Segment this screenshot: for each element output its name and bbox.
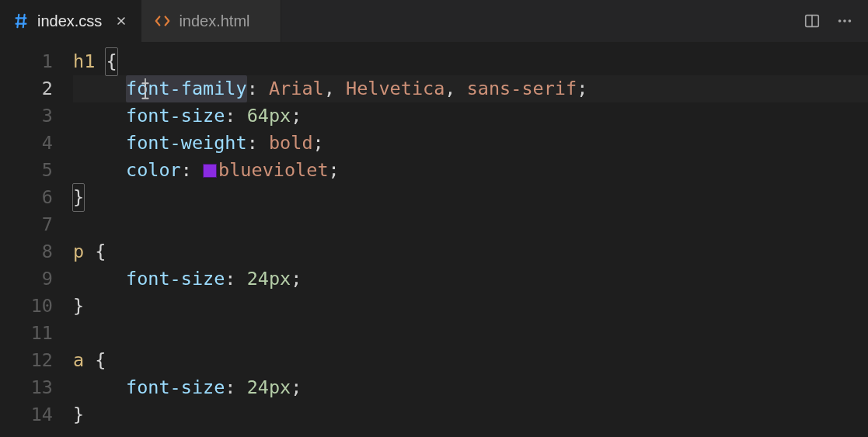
tab-bar: index.css index.html <box>0 0 868 42</box>
more-icon[interactable] <box>835 12 854 30</box>
svg-line-3 <box>23 15 25 28</box>
token-sel: a <box>73 347 84 374</box>
token-punc: ; <box>291 102 302 130</box>
svg-point-8 <box>838 19 842 23</box>
token-punc: ; <box>329 157 340 184</box>
token-punc: ; <box>291 374 302 401</box>
token-val: Helvetica <box>346 75 444 102</box>
token-punc: ; <box>291 265 302 293</box>
code-line[interactable]: h1 { <box>73 48 868 75</box>
token-punc: : <box>247 75 258 102</box>
token-sel: p <box>73 238 84 265</box>
code-line[interactable] <box>73 211 868 238</box>
line-number[interactable]: 6 <box>0 184 53 211</box>
line-number[interactable]: 3 <box>0 102 53 130</box>
token-sp <box>258 75 269 102</box>
token-punc: , <box>444 75 455 102</box>
line-number[interactable]: 12 <box>0 347 53 374</box>
token-prop: font-size <box>126 374 225 401</box>
token-punc: : <box>225 102 235 130</box>
token-num: 64 <box>247 102 269 130</box>
token-punc: : <box>225 374 235 401</box>
code-line[interactable]: } <box>73 401 868 428</box>
line-number[interactable]: 7 <box>0 211 53 238</box>
tab-label: index.html <box>179 12 249 30</box>
token-unit: px <box>269 102 291 130</box>
token-sp <box>335 75 346 102</box>
color-swatch[interactable] <box>203 164 217 178</box>
minimap[interactable] <box>851 45 868 418</box>
token-unit: px <box>269 374 291 401</box>
token-sp <box>95 48 106 75</box>
token-brace: } <box>73 293 84 320</box>
line-number[interactable]: 14 <box>0 401 53 428</box>
line-number[interactable]: 1 <box>0 48 53 75</box>
line-number[interactable]: 2 <box>0 75 53 102</box>
close-icon[interactable] <box>113 12 130 29</box>
token-brace: { <box>106 48 117 75</box>
token-val: sans-serif <box>467 75 577 102</box>
token-punc: ; <box>577 75 587 102</box>
split-editor-icon[interactable] <box>803 12 821 30</box>
code-line[interactable]: font-weight: bold; <box>73 130 868 157</box>
code-line[interactable] <box>73 320 868 347</box>
css-hash-icon <box>12 12 30 29</box>
token-brace: } <box>73 401 84 428</box>
token-val: bold <box>269 130 313 157</box>
code-editor[interactable]: 1234567891011121314 h1 {font-family: Ari… <box>0 42 868 437</box>
token-prop: color <box>126 157 181 184</box>
token-sp <box>84 347 95 374</box>
line-number[interactable]: 11 <box>0 320 53 347</box>
code-line[interactable]: p { <box>73 238 868 265</box>
token-sp <box>236 265 247 293</box>
token-punc: : <box>247 130 258 157</box>
html-brackets-icon <box>154 12 171 29</box>
line-number[interactable]: 5 <box>0 157 53 184</box>
code-line[interactable]: a { <box>73 347 868 374</box>
token-punc: : <box>225 265 235 293</box>
token-prop: font-size <box>126 265 225 293</box>
line-number[interactable]: 13 <box>0 374 53 401</box>
tab-index-html[interactable]: index.html <box>141 0 281 42</box>
text-cursor <box>145 78 146 99</box>
tab-bar-actions <box>789 0 868 42</box>
tab-index-css[interactable]: index.css <box>0 0 141 42</box>
token-punc: , <box>324 75 335 102</box>
code-line[interactable]: font-family: Arial, Helvetica, sans-seri… <box>73 75 868 102</box>
token-unit: px <box>269 265 291 293</box>
token-val: blueviolet <box>218 157 328 184</box>
svg-line-2 <box>17 15 19 28</box>
token-prop: font-size <box>126 102 225 130</box>
code-line[interactable]: color: blueviolet; <box>73 157 868 184</box>
token-val: Arial <box>269 75 324 102</box>
token-sp <box>192 157 203 184</box>
tab-label: index.css <box>37 12 102 30</box>
token-sp <box>84 238 95 265</box>
svg-point-10 <box>849 19 852 23</box>
line-number-gutter[interactable]: 1234567891011121314 <box>0 42 73 437</box>
line-number[interactable]: 8 <box>0 238 53 265</box>
token-brace: { <box>95 238 106 265</box>
token-sp <box>456 75 467 102</box>
token-sp <box>236 102 247 130</box>
line-number[interactable]: 10 <box>0 293 53 320</box>
token-sp <box>236 374 247 401</box>
token-brace: { <box>95 347 106 374</box>
code-line[interactable]: font-size: 24px; <box>73 265 868 293</box>
token-sp <box>258 130 269 157</box>
token-sel: h1 <box>73 48 95 75</box>
code-line[interactable]: font-size: 24px; <box>73 374 868 401</box>
token-punc: ; <box>313 130 324 157</box>
svg-point-9 <box>843 19 846 23</box>
code-line[interactable]: } <box>73 293 868 320</box>
line-number[interactable]: 9 <box>0 265 53 293</box>
token-brace: } <box>73 184 84 211</box>
token-num: 24 <box>247 374 269 401</box>
token-prop: font-weight <box>126 130 247 157</box>
token-punc: : <box>181 157 192 184</box>
code-area[interactable]: h1 {font-family: Arial, Helvetica, sans-… <box>73 42 868 437</box>
code-line[interactable]: font-size: 64px; <box>73 102 868 130</box>
line-number[interactable]: 4 <box>0 130 53 157</box>
code-line[interactable]: } <box>73 184 868 211</box>
token-num: 24 <box>247 265 269 293</box>
